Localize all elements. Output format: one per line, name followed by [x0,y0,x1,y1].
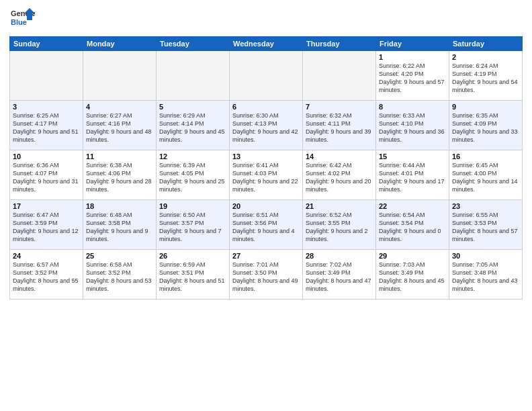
calendar: SundayMondayTuesdayWednesdayThursdayFrid… [9,36,523,300]
page: General Blue SundayMondayTuesdayWednesda… [0,0,532,411]
calendar-week: 3Sunrise: 6:25 AM Sunset: 4:17 PM Daylig… [10,101,523,150]
day-number: 6 [232,103,300,111]
day-number: 18 [86,202,153,210]
day-info: Sunrise: 6:22 AM Sunset: 4:20 PM Dayligh… [379,62,446,95]
calendar-cell: 27Sunrise: 7:01 AM Sunset: 3:50 PM Dayli… [230,250,303,300]
calendar-cell: 17Sunrise: 6:47 AM Sunset: 3:59 PM Dayli… [10,200,83,250]
calendar-cell: 15Sunrise: 6:44 AM Sunset: 4:01 PM Dayli… [376,150,449,200]
day-info: Sunrise: 6:42 AM Sunset: 4:02 PM Dayligh… [306,161,373,194]
day-number: 2 [452,53,519,61]
calendar-cell: 3Sunrise: 6:25 AM Sunset: 4:17 PM Daylig… [10,101,83,150]
day-info: Sunrise: 6:51 AM Sunset: 3:56 PM Dayligh… [232,211,300,244]
calendar-cell: 6Sunrise: 6:30 AM Sunset: 4:13 PM Daylig… [230,101,303,150]
calendar-cell: 7Sunrise: 6:32 AM Sunset: 4:11 PM Daylig… [303,101,376,150]
day-number: 19 [159,202,226,210]
calendar-cell: 14Sunrise: 6:42 AM Sunset: 4:02 PM Dayli… [303,150,376,200]
day-number: 21 [306,202,373,210]
day-number: 20 [232,202,300,210]
calendar-cell: 1Sunrise: 6:22 AM Sunset: 4:20 PM Daylig… [376,51,449,101]
calendar-cell: 20Sunrise: 6:51 AM Sunset: 3:56 PM Dayli… [230,200,303,250]
day-number: 29 [379,252,446,260]
day-info: Sunrise: 6:38 AM Sunset: 4:06 PM Dayligh… [86,161,153,194]
calendar-cell: 28Sunrise: 7:02 AM Sunset: 3:49 PM Dayli… [303,250,376,300]
day-info: Sunrise: 6:36 AM Sunset: 4:07 PM Dayligh… [13,161,80,194]
day-info: Sunrise: 6:25 AM Sunset: 4:17 PM Dayligh… [13,111,80,144]
day-info: Sunrise: 6:33 AM Sunset: 4:10 PM Dayligh… [379,111,446,144]
weekday-header: Friday [376,37,449,51]
weekday-header: Saturday [449,37,523,51]
day-number: 12 [159,152,226,161]
logo: General Blue [9,7,35,32]
day-number: 7 [306,103,373,111]
calendar-cell: 10Sunrise: 6:36 AM Sunset: 4:07 PM Dayli… [10,150,83,200]
day-number: 24 [13,252,80,260]
day-number: 30 [452,252,519,260]
calendar-cell: 21Sunrise: 6:52 AM Sunset: 3:55 PM Dayli… [303,200,376,250]
header-row: SundayMondayTuesdayWednesdayThursdayFrid… [10,37,523,51]
day-number: 16 [452,152,519,161]
weekday-header: Monday [83,37,157,51]
day-number: 17 [13,202,80,210]
calendar-cell: 2Sunrise: 6:24 AM Sunset: 4:19 PM Daylig… [449,51,523,101]
day-number: 14 [306,152,373,161]
header: General Blue [9,7,523,32]
day-info: Sunrise: 6:35 AM Sunset: 4:09 PM Dayligh… [452,111,519,144]
day-info: Sunrise: 7:02 AM Sunset: 3:49 PM Dayligh… [306,261,373,293]
day-number: 15 [379,152,446,161]
day-info: Sunrise: 6:55 AM Sunset: 3:53 PM Dayligh… [452,211,519,244]
calendar-cell [157,51,230,101]
day-number: 25 [86,252,153,260]
logo-svg: General Blue [9,7,35,32]
day-info: Sunrise: 6:47 AM Sunset: 3:59 PM Dayligh… [13,211,80,244]
calendar-cell: 16Sunrise: 6:45 AM Sunset: 4:00 PM Dayli… [449,150,523,200]
calendar-cell: 22Sunrise: 6:54 AM Sunset: 3:54 PM Dayli… [376,200,449,250]
day-number: 13 [232,152,300,161]
day-info: Sunrise: 6:41 AM Sunset: 4:03 PM Dayligh… [232,161,300,194]
calendar-cell: 25Sunrise: 6:58 AM Sunset: 3:52 PM Dayli… [83,250,157,300]
calendar-cell: 12Sunrise: 6:39 AM Sunset: 4:05 PM Dayli… [157,150,230,200]
calendar-cell: 19Sunrise: 6:50 AM Sunset: 3:57 PM Dayli… [157,200,230,250]
calendar-cell: 18Sunrise: 6:48 AM Sunset: 3:58 PM Dayli… [83,200,157,250]
calendar-cell [303,51,376,101]
day-info: Sunrise: 6:50 AM Sunset: 3:57 PM Dayligh… [159,211,226,244]
day-info: Sunrise: 6:52 AM Sunset: 3:55 PM Dayligh… [306,211,373,244]
calendar-cell: 4Sunrise: 6:27 AM Sunset: 4:16 PM Daylig… [83,101,157,150]
weekday-header: Wednesday [230,37,303,51]
day-info: Sunrise: 6:58 AM Sunset: 3:52 PM Dayligh… [86,261,153,293]
day-number: 10 [13,152,80,161]
day-info: Sunrise: 6:30 AM Sunset: 4:13 PM Dayligh… [232,111,300,144]
calendar-cell: 11Sunrise: 6:38 AM Sunset: 4:06 PM Dayli… [83,150,157,200]
day-info: Sunrise: 7:05 AM Sunset: 3:48 PM Dayligh… [452,261,519,293]
day-info: Sunrise: 6:24 AM Sunset: 4:19 PM Dayligh… [452,62,519,95]
day-number: 22 [379,202,446,210]
day-info: Sunrise: 6:44 AM Sunset: 4:01 PM Dayligh… [379,161,446,194]
day-info: Sunrise: 6:45 AM Sunset: 4:00 PM Dayligh… [452,161,519,194]
day-number: 23 [452,202,519,210]
day-info: Sunrise: 6:59 AM Sunset: 3:51 PM Dayligh… [159,261,226,293]
calendar-cell: 26Sunrise: 6:59 AM Sunset: 3:51 PM Dayli… [157,250,230,300]
day-number: 11 [86,152,153,161]
day-number: 3 [13,103,80,111]
calendar-week: 1Sunrise: 6:22 AM Sunset: 4:20 PM Daylig… [10,51,523,101]
calendar-cell: 8Sunrise: 6:33 AM Sunset: 4:10 PM Daylig… [376,101,449,150]
day-number: 9 [452,103,519,111]
calendar-cell: 30Sunrise: 7:05 AM Sunset: 3:48 PM Dayli… [449,250,523,300]
day-info: Sunrise: 7:01 AM Sunset: 3:50 PM Dayligh… [232,261,300,293]
day-number: 27 [232,252,300,260]
weekday-header: Thursday [303,37,376,51]
calendar-cell: 29Sunrise: 7:03 AM Sunset: 3:49 PM Dayli… [376,250,449,300]
weekday-header: Tuesday [157,37,230,51]
day-info: Sunrise: 7:03 AM Sunset: 3:49 PM Dayligh… [379,261,446,293]
day-info: Sunrise: 6:32 AM Sunset: 4:11 PM Dayligh… [306,111,373,144]
calendar-cell: 9Sunrise: 6:35 AM Sunset: 4:09 PM Daylig… [449,101,523,150]
calendar-cell: 24Sunrise: 6:57 AM Sunset: 3:52 PM Dayli… [10,250,83,300]
calendar-cell: 13Sunrise: 6:41 AM Sunset: 4:03 PM Dayli… [230,150,303,200]
calendar-cell: 5Sunrise: 6:29 AM Sunset: 4:14 PM Daylig… [157,101,230,150]
day-number: 5 [159,103,226,111]
day-info: Sunrise: 6:29 AM Sunset: 4:14 PM Dayligh… [159,111,226,144]
day-number: 1 [379,53,446,61]
svg-text:Blue: Blue [11,18,27,26]
day-info: Sunrise: 6:27 AM Sunset: 4:16 PM Dayligh… [86,111,153,144]
calendar-week: 24Sunrise: 6:57 AM Sunset: 3:52 PM Dayli… [10,250,523,300]
calendar-cell [230,51,303,101]
